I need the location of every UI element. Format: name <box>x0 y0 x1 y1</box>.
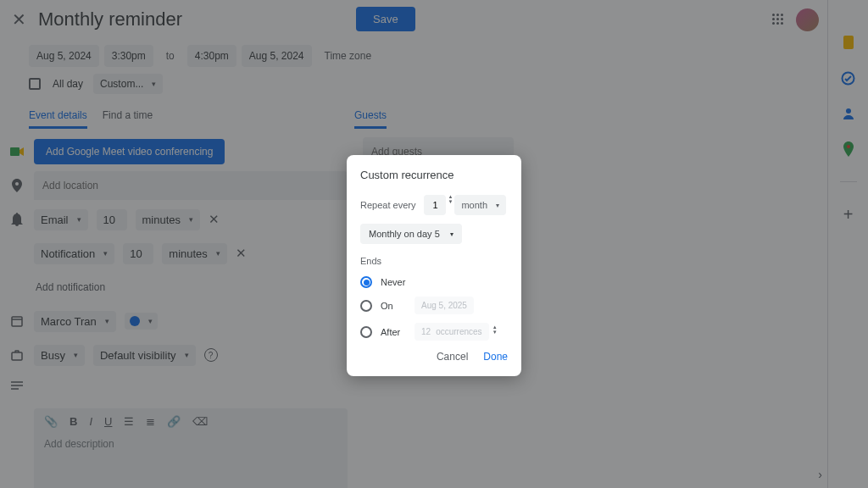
ends-on-radio[interactable] <box>360 300 372 312</box>
cancel-button[interactable]: Cancel <box>437 351 468 363</box>
repeat-every-label: Repeat every <box>360 200 415 210</box>
interval-input[interactable] <box>424 195 446 215</box>
occurrences-spinner[interactable]: ▲▼ <box>492 324 498 335</box>
unit-dropdown[interactable]: month▾ <box>454 195 506 215</box>
ends-after-label: After <box>381 327 406 337</box>
ends-on-label: On <box>381 301 406 311</box>
ends-never-label: Never <box>381 277 405 287</box>
ends-label: Ends <box>360 256 508 266</box>
monthly-on-dropdown[interactable]: Monthly on day 5▾ <box>360 224 462 244</box>
ends-never-radio[interactable] <box>360 276 372 288</box>
done-button[interactable]: Done <box>483 351 508 363</box>
interval-spinner[interactable]: ▲▼ <box>448 194 453 204</box>
occurrences-label: occurrences <box>436 327 481 336</box>
ends-after-radio[interactable] <box>360 326 372 338</box>
dialog-title: Custom recurrence <box>360 169 508 181</box>
ends-on-date[interactable]: Aug 5, 2025 <box>415 297 474 314</box>
occurrences-count[interactable]: 12 <box>421 327 431 336</box>
custom-recurrence-dialog: Custom recurrence Repeat every ▲▼ month▾… <box>347 155 521 376</box>
